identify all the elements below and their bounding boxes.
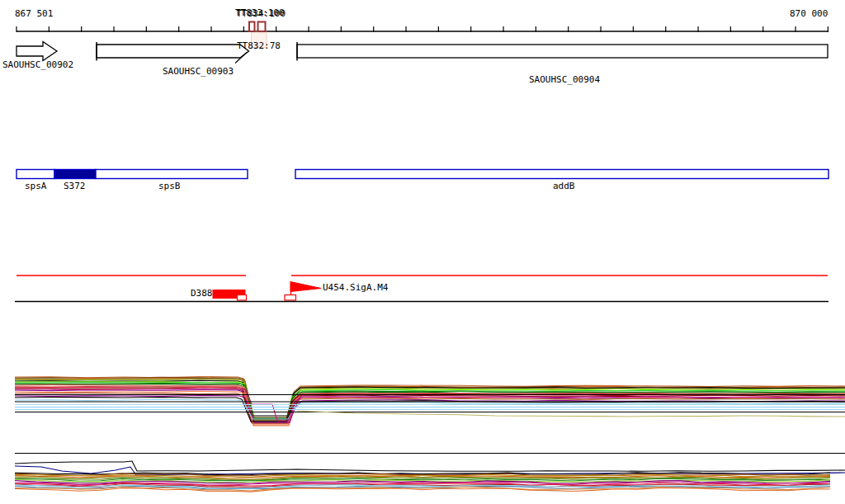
genome-canvas [0,0,845,504]
feature-s372-box [54,170,96,179]
terminator-tt832-label: TT832:78 [237,41,281,51]
terminator-box [258,22,266,32]
ruler-start-label: 867 501 [15,9,53,19]
feature-u454-flag [290,282,321,292]
gene-spsa-label: spsA [25,181,47,191]
gene-00902-label: SAOUHSC_00902 [2,60,73,70]
feature-open-box-left [238,295,247,301]
gene-spsb-label: spsB [158,181,181,191]
gene-00903-label: SAOUHSC_00903 [163,67,234,77]
ruler-end-label: 870 000 [790,9,828,19]
feature-s372-label: S372 [64,181,86,191]
terminator-box [249,22,255,32]
gene-00904-label: SAOUHSC_00904 [529,75,600,85]
expression-line [15,461,845,471]
gene-spsb-box [96,170,248,179]
feature-d388-label: D388 [191,289,213,299]
terminator-tt834-label: TT834:100 [237,9,286,19]
gene-00904-box [297,45,828,58]
feature-u454-label: U454.SigA.M4 [323,283,388,293]
gene-00903-arrow [97,45,249,58]
gene-00902-arrow [17,42,57,61]
feature-open-box-right [285,295,296,301]
genome-browser: 867 501870 000TT833:100TT834:100TT832:78… [0,0,845,504]
gene-spsa-box [17,170,54,179]
gene-addb-label: addB [553,181,575,191]
gene-addb-box [295,170,828,179]
